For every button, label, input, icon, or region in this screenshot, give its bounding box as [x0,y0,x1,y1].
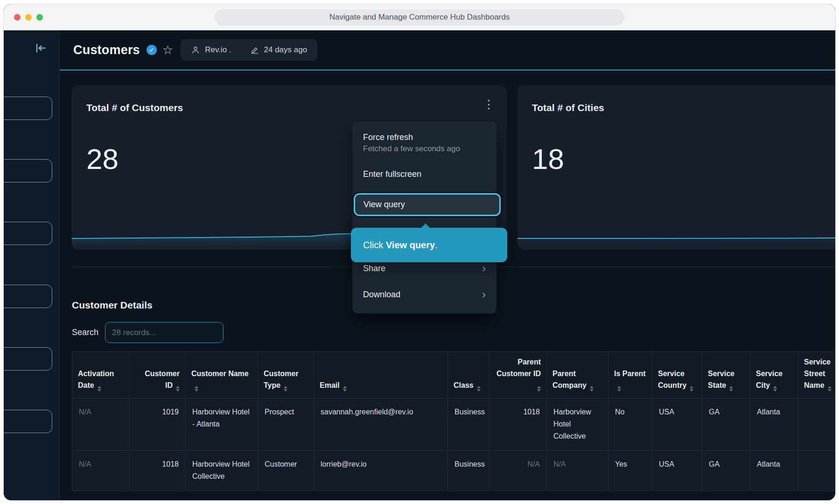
favorite-star-button[interactable]: ☆ [162,44,173,56]
card-context-menu: Force refresh Fetched a few seconds ago … [353,122,496,313]
column-header-parent-company[interactable]: Parent Company [547,352,608,399]
sort-icon [343,386,347,392]
column-label: Customer ID [145,370,180,389]
column-header-service-city[interactable]: Service City [750,352,798,399]
sort-icon [176,386,180,392]
view-query-highlight-ring: View query [354,193,501,216]
close-window-button[interactable] [14,14,21,21]
cell-class: Business [448,398,489,450]
menu-item-force-refresh[interactable]: Force refresh [353,126,496,143]
sidebar-nav-button[interactable] [4,159,52,182]
cell-customer-name: Harborview Hotel Collective [186,450,258,490]
cell-service-street-name [798,450,836,490]
menu-item-refresh-status: Fetched a few seconds ago [353,143,496,160]
table-row: N/A 1019 Harborview Hotel - Atlanta Pros… [72,398,836,450]
tooltip-prefix: Click [363,240,386,250]
column-header-email[interactable]: Email [314,352,448,399]
cell-parent-customer-id: N/A [489,450,547,490]
cell-activation-date: N/A [72,450,130,490]
menu-item-enter-fullscreen[interactable]: Enter fullscreen [353,160,496,189]
user-icon [191,45,200,55]
column-label: Parent Company [552,370,587,389]
menu-item-view-query[interactable]: View query [355,195,499,215]
column-header-service-state[interactable]: Service State [702,352,750,399]
collapse-left-icon [34,49,47,56]
page-title: Customers [73,43,140,57]
table-header-row: Activation Date Customer ID Customer Nam… [72,352,836,399]
card-total-cities: Total # of Cities ⋮ 18 [517,85,835,250]
card-value: 28 [86,142,119,175]
instruction-tooltip: Click View query. [351,228,507,262]
column-label: Parent Customer ID [496,358,541,378]
sort-icon [537,386,541,392]
browser-titlebar: Navigate and Manage Commerce Hub Dashboa… [4,4,835,30]
card-value: 18 [532,142,564,175]
column-header-customer-name[interactable]: Customer Name [186,352,258,399]
last-edited-text: 24 days ago [264,45,308,55]
cell-service-street-name [798,398,836,450]
column-header-activation-date[interactable]: Activation Date [72,352,130,399]
cell-activation-date: N/A [72,398,130,450]
column-header-class[interactable]: Class [448,352,489,399]
verified-badge-icon: ✓ [147,45,157,55]
sidebar-nav-button[interactable] [4,347,52,371]
tooltip-text: Click View query. [363,240,438,251]
search-label: Search [72,328,98,337]
menu-item-label: Enter fullscreen [363,169,421,179]
sort-icon [98,386,101,392]
column-label: Class [454,381,474,389]
column-header-service-country[interactable]: Service Country [652,352,702,399]
sidebar-nav-button[interactable] [4,285,52,308]
menu-item-download[interactable]: Download › [353,281,496,308]
sort-icon [617,386,621,392]
tooltip-action: View query [386,240,435,250]
column-label: Activation Date [78,370,114,389]
menu-item-label: View query [364,200,405,209]
cell-customer-type: Customer [258,450,314,490]
sort-icon [195,386,198,392]
zoom-window-button[interactable] [36,14,43,21]
column-label: Is Parent [614,370,646,378]
sort-icon [477,386,481,392]
cell-customer-name: Harborview Hotel - Atlanta [186,398,258,450]
last-edited-group: 24 days ago [250,45,308,55]
column-label: Customer Name [191,370,249,378]
column-label: Service Street Name [804,358,831,389]
check-icon: ✓ [149,46,154,54]
kebab-icon: ⋮ [483,98,495,111]
collapse-sidebar-button[interactable] [33,42,47,56]
cell-customer-type: Prospect [258,398,314,450]
column-label: Email [320,381,340,389]
table-row: N/A 1018 Harborview Hotel Collective Cus… [72,450,836,490]
cell-service-state: GA [702,450,750,490]
cell-parent-company: Harborview Hotel Collective [547,398,608,450]
sort-icon [284,386,287,392]
cell-parent-company: N/A [547,450,608,490]
menu-item-label: Download [363,290,400,300]
sidebar-nav-button[interactable] [4,97,52,120]
search-input[interactable] [105,322,224,343]
menu-item-label: Share [363,264,385,273]
chevron-right-icon: › [482,289,486,300]
column-header-is-parent[interactable]: Is Parent [608,352,652,399]
chevron-right-icon: › [482,263,486,274]
owner-group: Rev.io . [191,45,231,55]
column-header-customer-id[interactable]: Customer ID [130,352,186,399]
column-header-service-street-name[interactable]: Service Street Name [798,352,836,399]
cell-service-city: Atlanta [750,398,798,450]
card-menu-button[interactable]: ⋮ [483,98,495,110]
sidebar-nav-button[interactable] [4,410,52,433]
cell-customer-id: 1018 [130,450,186,490]
column-label: Service City [756,370,783,389]
minimize-window-button[interactable] [25,14,32,21]
owner-name: Rev.io . [205,45,231,55]
customer-details-table: Activation Date Customer ID Customer Nam… [72,351,835,491]
cell-customer-id: 1019 [130,398,186,450]
dashboard-meta-pill: Rev.io . 24 days ago [181,39,317,61]
column-header-parent-customer-id[interactable]: Parent Customer ID [489,352,547,399]
sidebar [4,30,60,500]
sidebar-nav-button[interactable] [4,222,52,245]
cell-service-state: GA [702,398,750,450]
column-header-customer-type[interactable]: Customer Type [258,352,314,399]
sort-icon [773,386,777,392]
